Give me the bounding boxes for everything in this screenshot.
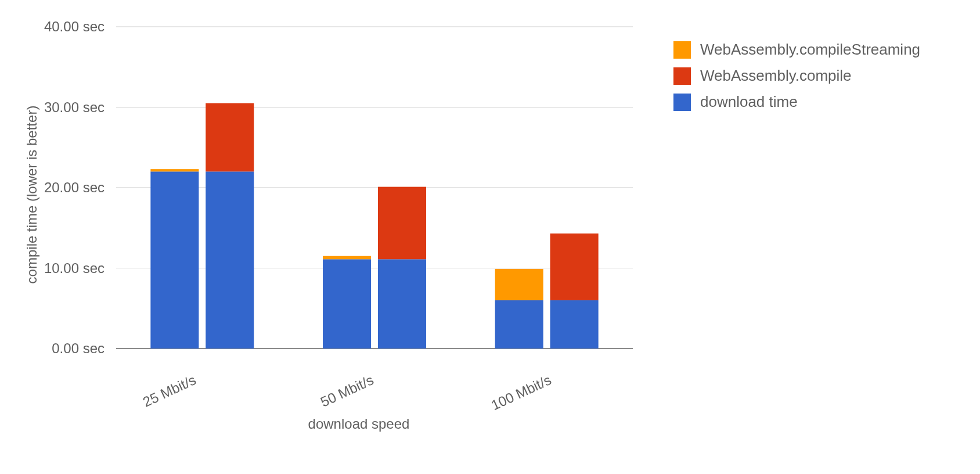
chart-svg [0,0,980,474]
bar-segment-download_time [150,171,199,349]
bar-segment-compile_streaming [323,256,371,260]
bar-segment-compile [378,187,426,260]
bar-segment-download_time [378,259,426,349]
chart-container: compile time (lower is better) download … [0,0,980,474]
bar-segment-download_time [323,259,371,349]
bar-segment-compile_streaming [495,269,543,300]
bar-segment-compile_streaming [150,169,199,171]
bar-segment-download_time [550,300,599,349]
bar-segment-compile [550,234,599,300]
bar-segment-download_time [206,171,254,349]
bar-segment-compile [206,103,254,172]
bar-segment-download_time [495,300,543,349]
